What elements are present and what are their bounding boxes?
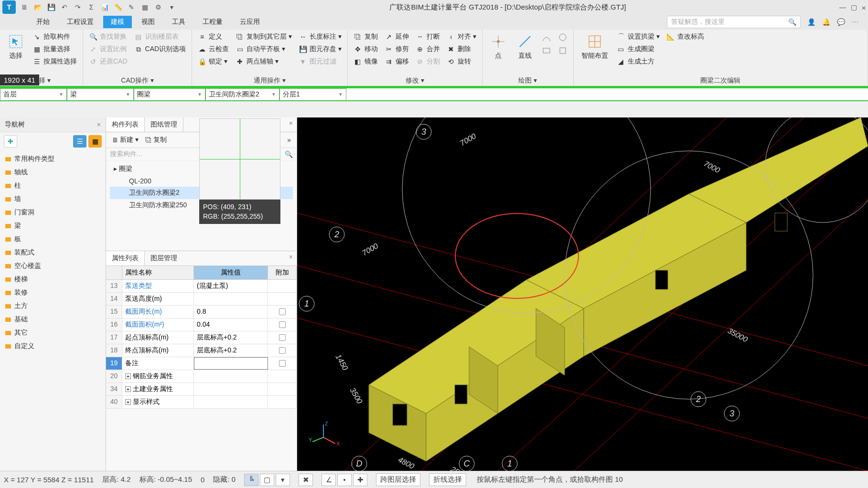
new-file-icon[interactable]: 🗎 — [20, 2, 29, 12]
sum-icon[interactable]: Σ — [86, 2, 96, 12]
nav-item[interactable]: 土方 — [0, 299, 106, 313]
property-row[interactable]: 16截面面积(m²)0.04 — [106, 318, 297, 331]
smart-layout[interactable]: 智能布置 — [578, 32, 612, 62]
break[interactable]: ╌打断 — [414, 32, 442, 42]
select-tool[interactable]: 选择 — [4, 32, 28, 62]
property-row[interactable]: 19备注 — [106, 357, 297, 370]
report-icon[interactable]: 📊 — [100, 2, 109, 12]
tab-modeling[interactable]: 建模 — [103, 16, 132, 28]
batch-select[interactable]: ▦批量选择 — [31, 44, 79, 54]
length-dimension[interactable]: ↔长度标注 ▾ — [297, 32, 343, 42]
cad-recognition-options[interactable]: ⧉CAD识别选项 — [132, 44, 188, 54]
more-icon[interactable]: ⋯ — [852, 18, 858, 26]
property-row[interactable]: 20+钢筋业务属性 — [106, 370, 297, 383]
property-row[interactable]: 14泵送高度(m) — [106, 293, 297, 306]
grid-view-icon[interactable]: ▦ — [88, 135, 102, 148]
define[interactable]: ≡定义 — [196, 32, 231, 42]
change-elevation[interactable]: 📐查改标高 — [664, 32, 706, 42]
auto-align-slab[interactable]: ▭自动平齐板 ▾ — [234, 44, 294, 54]
nav-item[interactable]: 装配式 — [0, 246, 106, 259]
two-point-axis[interactable]: ✚两点辅轴 ▾ — [234, 56, 294, 67]
search-icon[interactable]: 🔍 — [788, 18, 796, 26]
redo-icon[interactable]: ↷ — [73, 2, 83, 12]
nav-item[interactable]: 门窗洞 — [0, 206, 106, 219]
tab-drawing-management[interactable]: 图纸管理 — [145, 117, 183, 132]
element-save[interactable]: 💾图元存盘 ▾ — [297, 44, 343, 54]
property-row[interactable]: 15截面周长(m)0.8 — [106, 306, 297, 318]
property-row[interactable]: 18终点顶标高(m)层底标高+0.2 — [106, 344, 297, 357]
view-mode-dropdown[interactable]: ▾ — [276, 474, 290, 486]
nav-item[interactable]: 空心楼盖 — [0, 259, 106, 273]
lock[interactable]: 🔒锁定 ▾ — [196, 56, 231, 67]
search-icon[interactable]: 🔍 — [285, 150, 293, 158]
join[interactable]: ⊕合并 — [414, 44, 442, 54]
circle-tool[interactable] — [556, 32, 569, 43]
ribbon-label[interactable]: 修改 ▾ — [352, 75, 478, 85]
restore-cad[interactable]: ↺还原CAD — [87, 56, 129, 67]
move[interactable]: ✥移动 — [352, 44, 380, 54]
nav-item[interactable]: 墙 — [0, 192, 106, 206]
new-component-button[interactable]: 🗎 新建 ▾ — [110, 135, 140, 145]
tab-property-list[interactable]: 属性列表 — [106, 251, 145, 265]
bell-icon[interactable]: 🔔 — [822, 18, 830, 26]
type-dropdown[interactable]: 圈梁▼ — [134, 88, 205, 101]
cloud-check[interactable]: ☁云检查 — [196, 44, 231, 54]
ribbon-label[interactable]: CAD操作 ▾ — [87, 75, 188, 85]
undo-icon[interactable]: ↶ — [60, 2, 69, 12]
list-view-icon[interactable]: ☰ — [73, 135, 86, 148]
minimize-icon[interactable]: — — [839, 3, 846, 11]
panel-close-icon[interactable]: × — [285, 117, 297, 132]
tab-cloud[interactable]: 云应用 — [232, 16, 268, 28]
divide[interactable]: ⊘分割 — [414, 56, 442, 67]
tab-view[interactable]: 视图 — [134, 16, 162, 28]
generate-earthwork[interactable]: ◢生成土方 — [615, 56, 662, 67]
close-view-icon[interactable]: ✖ — [299, 474, 313, 486]
3d-viewport[interactable]: 3 2 1 D C 1 2 3 7000 7000 1450 3500 4800… — [297, 117, 868, 471]
dropdown-icon[interactable]: ▾ — [167, 2, 176, 12]
align[interactable]: ⫞对齐 ▾ — [445, 32, 478, 42]
category-dropdown[interactable]: 梁▼ — [67, 88, 134, 101]
ribbon-label[interactable]: 通用操作 ▾ — [196, 75, 343, 85]
close-icon[interactable]: ⨉ — [862, 3, 866, 11]
mirror[interactable]: ◧镜像 — [352, 56, 380, 67]
nav-item[interactable]: 装修 — [0, 286, 106, 299]
property-row[interactable]: 13泵送类型(混凝土泵) — [106, 280, 297, 293]
edit-icon[interactable]: ✎ — [127, 2, 136, 12]
snap-angle-icon[interactable]: ∠ — [321, 474, 336, 486]
tab-start[interactable]: 开始 — [29, 16, 57, 28]
grid-icon[interactable]: ▦ — [140, 2, 150, 12]
user-icon[interactable]: 👤 — [807, 18, 815, 26]
more-icon[interactable]: » — [285, 135, 293, 145]
ribbon-label[interactable]: 绘图 ▾ — [486, 75, 569, 85]
panel-close-icon[interactable]: × — [97, 121, 101, 128]
polyline-select[interactable]: 折线选择 — [429, 473, 466, 486]
tab-tools[interactable]: 工具 — [164, 16, 193, 28]
copy[interactable]: ⿻复制 — [352, 32, 380, 42]
layer-dropdown[interactable]: 分层1▼ — [279, 88, 346, 101]
snap-cross-icon[interactable]: ✚ — [353, 474, 367, 486]
panel-close-icon[interactable]: × — [285, 251, 297, 265]
delete[interactable]: ✖删除 — [445, 44, 478, 54]
copy-to-other-layers[interactable]: ⿻复制到其它层 ▾ — [234, 32, 294, 42]
cross-layer-select[interactable]: 跨图层选择 — [376, 473, 420, 486]
floor-dropdown[interactable]: 首层▼ — [0, 88, 67, 101]
nav-item[interactable]: 楼梯 — [0, 273, 106, 286]
point-tool[interactable]: 点 — [486, 32, 510, 62]
generate-ring-beam[interactable]: ▭生成圈梁 — [615, 44, 662, 54]
view-mode-1[interactable]: ╚ — [244, 474, 258, 486]
element-filter[interactable]: ▼图元过滤 — [297, 56, 343, 67]
nav-item[interactable]: 基础 — [0, 313, 106, 326]
recognize-floor-table[interactable]: ▤识别楼层表 — [132, 32, 188, 42]
line-tool[interactable]: 直线 — [513, 32, 537, 62]
extend[interactable]: ↗延伸 — [383, 32, 411, 42]
ruler-icon[interactable]: 📏 — [113, 2, 123, 12]
save-icon[interactable]: 💾 — [46, 2, 56, 12]
select-by-property[interactable]: ☰按属性选择 — [31, 56, 79, 67]
polygon-tool[interactable] — [556, 45, 569, 56]
help-search[interactable]: 答疑解惑，搜这里 🔍 — [667, 16, 801, 28]
snap-point-icon[interactable]: • — [337, 474, 352, 486]
nav-item[interactable]: 柱 — [0, 179, 106, 192]
tab-quantity[interactable]: 工程量 — [195, 16, 230, 28]
set-scale[interactable]: ⤢设置比例 — [87, 44, 129, 54]
chat-icon[interactable]: 💬 — [837, 18, 845, 26]
